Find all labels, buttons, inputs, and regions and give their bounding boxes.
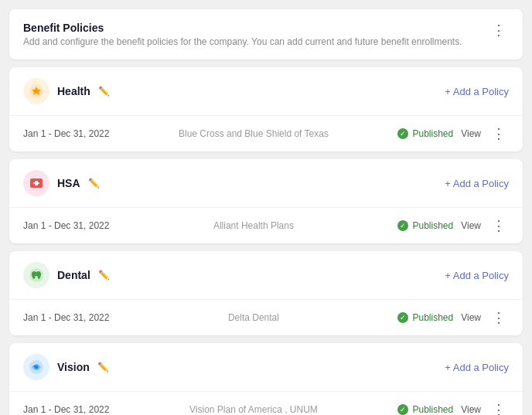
header-menu-icon[interactable]: ⋮	[489, 22, 509, 39]
hsa-policy-row: Jan 1 - Dec 31, 2022 Alliant Health Plan…	[9, 207, 523, 243]
dental-section: Dental ✏️ + Add a Policy Jan 1 - Dec 31,…	[9, 251, 523, 335]
hsa-row-actions: Published View ⋮	[397, 217, 509, 234]
dental-view-button[interactable]: View	[461, 312, 481, 323]
header-text: Benefit Policies Add and configure the b…	[23, 22, 462, 47]
health-provider: Blue Cross and Blue Shield of Texas	[121, 128, 385, 139]
hsa-date-range: Jan 1 - Dec 31, 2022	[23, 220, 109, 231]
vision-section-header: Vision ✏️ + Add a Policy	[9, 343, 523, 391]
health-status-label: Published	[412, 128, 453, 139]
vision-add-policy-label: Add a Policy	[453, 362, 509, 373]
vision-provider: Vision Plan of America , UNUM	[121, 404, 385, 415]
vision-status-label: Published	[412, 404, 453, 415]
hsa-section-name: HSA	[57, 177, 80, 189]
health-section-left: Health ✏️	[23, 78, 110, 104]
vision-section-left: Vision ✏️	[23, 354, 109, 380]
vision-status-badge: Published	[397, 404, 453, 415]
hsa-provider: Alliant Health Plans	[121, 220, 385, 231]
health-status-dot	[397, 128, 408, 139]
vision-date-range: Jan 1 - Dec 31, 2022	[23, 404, 109, 415]
vision-section: Vision ✏️ + Add a Policy Jan 1 - Dec 31,…	[9, 343, 523, 415]
dental-provider: Delta Dental	[121, 312, 385, 323]
health-row-actions: Published View ⋮	[397, 125, 509, 142]
health-add-policy-button[interactable]: + Add a Policy	[445, 86, 509, 97]
vision-row-actions: Published View ⋮	[397, 401, 509, 415]
vision-add-policy-button[interactable]: + Add a Policy	[445, 362, 509, 373]
vision-view-button[interactable]: View	[461, 404, 481, 415]
health-status-badge: Published	[397, 128, 453, 139]
hsa-section-left: HSA ✏️	[23, 170, 100, 196]
dental-status-dot	[397, 312, 408, 323]
hsa-section: HSA ✏️ + Add a Policy Jan 1 - Dec 31, 20…	[9, 159, 523, 243]
health-section: Health ✏️ + Add a Policy Jan 1 - Dec 31,…	[9, 67, 523, 151]
health-row-menu-icon[interactable]: ⋮	[489, 125, 509, 142]
health-date-range: Jan 1 - Dec 31, 2022	[23, 128, 109, 139]
hsa-status-label: Published	[412, 220, 453, 231]
hsa-status-badge: Published	[397, 220, 453, 231]
vision-edit-icon[interactable]: ✏️	[97, 362, 109, 372]
health-section-header: Health ✏️ + Add a Policy	[9, 67, 523, 115]
hsa-row-menu-icon[interactable]: ⋮	[489, 217, 509, 234]
dental-edit-icon[interactable]: ✏️	[98, 270, 110, 281]
hsa-view-button[interactable]: View	[461, 220, 481, 231]
dental-date-range: Jan 1 - Dec 31, 2022	[23, 312, 109, 323]
dental-status-label: Published	[412, 312, 453, 323]
health-edit-icon[interactable]: ✏️	[98, 86, 110, 97]
vision-section-name: Vision	[57, 361, 90, 373]
vision-icon	[23, 354, 49, 380]
hsa-section-header: HSA ✏️ + Add a Policy	[9, 159, 523, 207]
vision-status-dot	[397, 404, 408, 415]
dental-add-policy-button[interactable]: + Add a Policy	[445, 270, 509, 281]
health-policy-row: Jan 1 - Dec 31, 2022 Blue Cross and Blue…	[9, 115, 523, 151]
hsa-add-policy-label: Add a Policy	[453, 178, 509, 189]
svg-rect-3	[33, 182, 39, 184]
health-add-policy-label: Add a Policy	[453, 86, 509, 97]
dental-policy-row: Jan 1 - Dec 31, 2022 Delta Dental Publis…	[9, 299, 523, 335]
health-view-button[interactable]: View	[461, 128, 481, 139]
dental-add-policy-label: Add a Policy	[453, 270, 509, 281]
vision-row-menu-icon[interactable]: ⋮	[489, 401, 509, 415]
health-icon	[23, 78, 49, 104]
dental-section-name: Dental	[57, 269, 90, 281]
page-subtitle: Add and configure the benefit policies f…	[23, 36, 462, 47]
hsa-edit-icon[interactable]: ✏️	[88, 178, 100, 189]
page-container: Benefit Policies Add and configure the b…	[9, 9, 523, 415]
page-title: Benefit Policies	[23, 22, 462, 34]
health-section-name: Health	[57, 85, 90, 97]
dental-row-menu-icon[interactable]: ⋮	[489, 309, 509, 326]
dental-status-badge: Published	[397, 312, 453, 323]
dental-row-actions: Published View ⋮	[397, 309, 509, 326]
hsa-status-dot	[397, 220, 408, 231]
dental-icon	[23, 262, 49, 288]
dental-section-header: Dental ✏️ + Add a Policy	[9, 251, 523, 299]
dental-section-left: Dental ✏️	[23, 262, 110, 288]
hsa-icon	[23, 170, 49, 196]
header-card: Benefit Policies Add and configure the b…	[9, 9, 523, 60]
vision-policy-row: Jan 1 - Dec 31, 2022 Vision Plan of Amer…	[9, 391, 523, 415]
hsa-add-policy-button[interactable]: + Add a Policy	[445, 178, 509, 189]
